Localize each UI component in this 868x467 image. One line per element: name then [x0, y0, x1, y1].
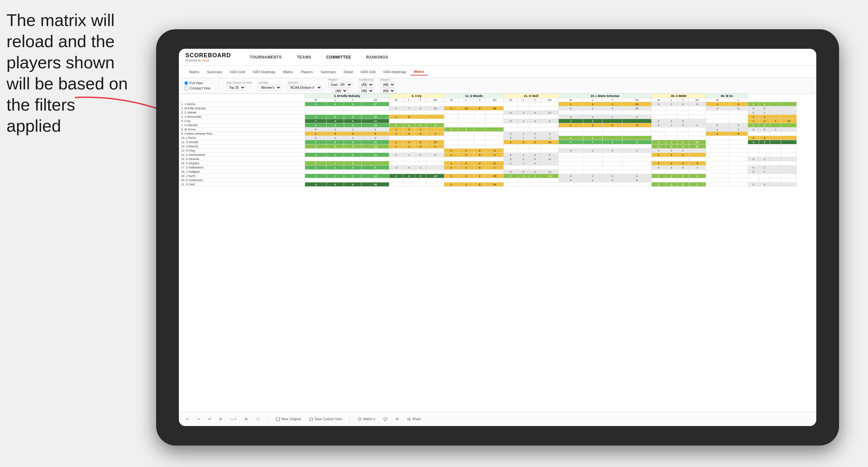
- data-cell: 0: [729, 132, 748, 136]
- redo-btn[interactable]: ↪: [195, 416, 202, 422]
- mulcahy-w: W: [305, 98, 327, 102]
- region-select[interactable]: East - DII West - DII: [329, 82, 352, 88]
- dy-t: T: [415, 98, 426, 102]
- data-cell: 0: [474, 165, 486, 170]
- subnav-summary2[interactable]: Summary: [317, 69, 339, 75]
- empty-cell: [781, 174, 797, 178]
- nav-committee[interactable]: COMMITTEE: [323, 54, 354, 61]
- subnav-matrix1[interactable]: Matrix: [280, 69, 296, 75]
- players-sub-select[interactable]: (All): [380, 88, 395, 94]
- data-cell: 0: [403, 174, 415, 178]
- empty-cell: [729, 140, 748, 145]
- empty-cell: [770, 161, 781, 165]
- empty-cell: [651, 106, 665, 111]
- data-cell: 1: [759, 157, 770, 161]
- subnav-h2h-grid2[interactable]: H2H Grid: [358, 69, 379, 75]
- data-cell: [781, 182, 797, 187]
- subnav-players[interactable]: Players: [298, 69, 316, 75]
- data-cell: [770, 102, 781, 106]
- data-cell: 1: [583, 140, 602, 145]
- data-cell: 4: [666, 140, 677, 145]
- empty-cell: [666, 170, 677, 174]
- nav-rankings[interactable]: RANKINGS: [364, 54, 391, 61]
- subnav-matrix2[interactable]: Matrix: [410, 68, 427, 75]
- comment-btn[interactable]: 💬: [381, 416, 389, 422]
- data-cell: 2: [426, 123, 444, 127]
- compact-view-radio[interactable]: Compact View: [184, 86, 210, 90]
- data-cell: 1: [583, 174, 602, 178]
- data-cell: -20: [426, 174, 444, 178]
- clock-btn[interactable]: 🕐: [254, 416, 262, 422]
- data-cell: 1: [622, 149, 651, 153]
- data-cell: 0: [529, 153, 540, 157]
- data-cell: 0: [344, 140, 362, 145]
- empty-cell: [459, 140, 474, 145]
- data-cell: 2: [651, 182, 665, 187]
- max-players-select[interactable]: Top 25 Top 50 All: [226, 85, 246, 90]
- dy-w: W: [389, 98, 403, 102]
- subnav-detail[interactable]: Detail: [341, 69, 356, 75]
- zoom-out-btn[interactable]: ⊟: [217, 416, 224, 422]
- matrix-area[interactable]: 2. M Kelly Mulcahy 6. A Dy 11. G Woods 2…: [179, 94, 816, 412]
- data-cell: 3: [759, 123, 770, 127]
- view-original-btn[interactable]: View: Original: [274, 416, 303, 422]
- data-cell: 0: [327, 127, 344, 132]
- data-cell: 3: [305, 140, 327, 145]
- player-name-cell: 19. J Karrh: [179, 174, 305, 178]
- toolbar-divider1: [268, 416, 268, 423]
- data-cell: 1: [518, 132, 529, 136]
- region-sub-select[interactable]: (All): [333, 88, 348, 94]
- data-cell: 0: [474, 153, 486, 157]
- max-players-filter: Max players in view Top 25 Top 50 All: [226, 81, 252, 90]
- conference-select[interactable]: (All): [359, 82, 374, 88]
- data-cell: 0: [583, 115, 602, 119]
- data-cell: 0: [622, 115, 651, 119]
- data-cell: 0: [327, 182, 344, 187]
- data-cell: 0: [327, 115, 344, 119]
- data-cell: [781, 102, 797, 106]
- nav-tournaments[interactable]: TOURNAMENTS: [247, 54, 285, 61]
- empty-cell: [305, 149, 327, 153]
- subnav-teams[interactable]: Teams: [185, 69, 202, 75]
- division-select[interactable]: NCAA Division II NCAA Division I NCAA Di…: [288, 85, 322, 90]
- layout-btn[interactable]: ⊞: [394, 416, 400, 422]
- player-name-cell: 16. X Mcgaha: [179, 161, 305, 165]
- conference-sub-select[interactable]: (All): [359, 88, 374, 94]
- data-cell: 0: [677, 102, 688, 106]
- data-cell: 0: [529, 136, 540, 140]
- subnav-h2h-grid1[interactable]: H2H Grid: [227, 69, 248, 75]
- subnav-h2h-heatmap2[interactable]: H2H Heatmap: [380, 69, 409, 75]
- data-cell: 0: [504, 157, 518, 161]
- data-cell: 1: [583, 178, 602, 182]
- players-select[interactable]: (All): [380, 82, 395, 88]
- data-cell: 5: [677, 119, 688, 123]
- watch-btn[interactable]: Watch ▾: [356, 416, 377, 422]
- data-cell: 0: [474, 161, 486, 165]
- data-cell: 1: [459, 149, 474, 153]
- data-cell: 0: [529, 157, 540, 161]
- fit-btn[interactable]: ⊞: [243, 416, 249, 422]
- empty-cell: [389, 182, 403, 187]
- undo-btn[interactable]: ↩: [184, 416, 191, 422]
- data-cell: 7: [688, 165, 706, 170]
- empty-cell: [706, 140, 729, 145]
- full-view-radio[interactable]: Full View: [184, 81, 210, 85]
- data-cell: 0: [559, 106, 583, 111]
- data-cell: 0: [504, 132, 518, 136]
- empty-cell: [677, 170, 688, 174]
- data-cell: 2: [518, 157, 529, 161]
- data-cell: 4: [389, 174, 403, 178]
- save-custom-btn[interactable]: Save Custom View: [307, 416, 344, 422]
- empty-cell: [706, 111, 729, 115]
- empty-cell: [474, 170, 486, 174]
- nav-teams[interactable]: TEAMS: [294, 54, 314, 61]
- subnav-summary1[interactable]: Summary: [204, 69, 225, 75]
- reset-btn[interactable]: ↺: [206, 416, 213, 422]
- gender-select[interactable]: Women's Men's: [258, 85, 281, 90]
- subnav-h2h-heatmap1[interactable]: H2H Heatmap: [249, 69, 279, 75]
- empty-cell: [474, 111, 486, 115]
- svg-point-5: [409, 419, 410, 421]
- share-btn[interactable]: Share: [405, 416, 423, 422]
- data-cell: 1: [706, 132, 729, 136]
- data-cell: [781, 136, 797, 140]
